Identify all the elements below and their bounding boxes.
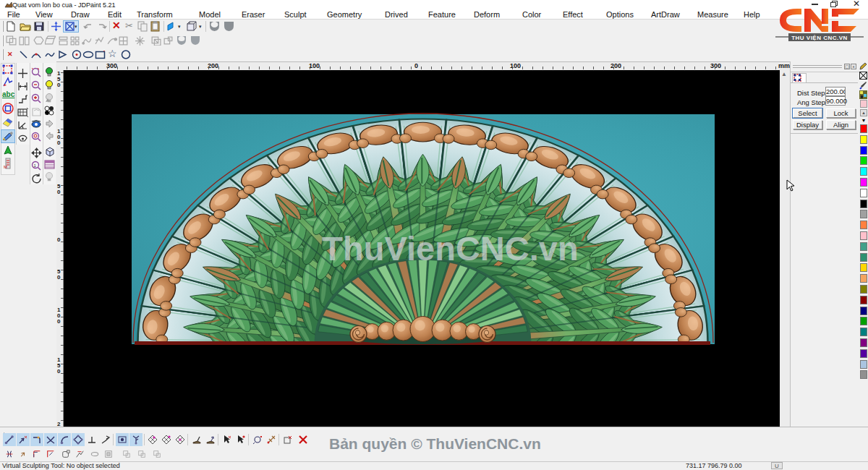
svg-text:ThuVienCNC.vn: ThuVienCNC.vn — [322, 229, 578, 268]
svg-text:THU VIỆN CNC.VN: THU VIỆN CNC.VN — [791, 35, 848, 41]
svg-text:1: 1 — [34, 163, 37, 168]
svg-text:M: M — [4, 165, 7, 169]
